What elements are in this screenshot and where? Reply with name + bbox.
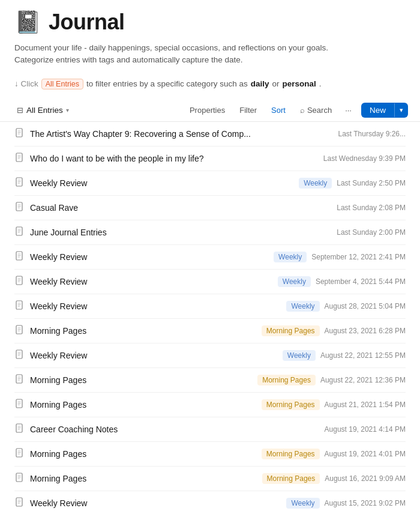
hint-arrow: ↓ Click xyxy=(14,79,38,88)
table-row[interactable]: Morning PagesMorning PagesAugust 23, 202… xyxy=(10,320,410,342)
entry-title: Morning Pages xyxy=(30,449,257,459)
row-divider xyxy=(14,244,406,245)
entry-date: August 19, 2021 4:01 PM xyxy=(325,450,406,458)
filter-button[interactable]: Filter xyxy=(233,103,263,117)
hint-personal: personal xyxy=(282,79,316,88)
entry-date: August 28, 2021 5:04 PM xyxy=(325,302,406,310)
entry-title: Morning Pages xyxy=(30,400,257,410)
tag-badge[interactable]: Weekly xyxy=(274,252,307,262)
entry-date: August 21, 2021 1:54 PM xyxy=(325,401,406,409)
entry-title: Weekly Review xyxy=(30,301,281,311)
entry-date: August 16, 2021 9:09 AM xyxy=(325,474,406,483)
page-header: 📓 Journal xyxy=(0,0,420,40)
entry-title: Weekly Review xyxy=(30,178,294,188)
search-label: Search xyxy=(307,106,332,115)
hint-or: or xyxy=(272,79,279,88)
toolbar: ⊟ All Entries ▾ Properties Filter Sort ⌕… xyxy=(0,99,420,122)
entry-date: Last Sunday 2:50 PM xyxy=(337,179,406,187)
tag-badge[interactable]: Morning Pages xyxy=(262,399,320,410)
table-row[interactable]: Casual RaveLast Sunday 2:08 PM xyxy=(10,197,410,219)
document-icon xyxy=(14,153,25,164)
row-divider xyxy=(14,417,406,417)
table-row[interactable]: Morning PagesMorning PagesAugust 21, 202… xyxy=(10,394,410,416)
document-icon xyxy=(14,251,25,262)
entry-title: Weekly Review xyxy=(30,498,281,508)
tag-badge[interactable]: Weekly xyxy=(299,178,332,189)
tag-badge[interactable]: Morning Pages xyxy=(262,473,320,484)
entry-title: Morning Pages xyxy=(30,474,257,483)
tag-badge[interactable]: Morning Pages xyxy=(262,325,320,336)
new-entry-button[interactable]: New xyxy=(361,103,394,118)
table-row[interactable]: Morning PagesMorning PagesAugust 16, 202… xyxy=(10,468,410,489)
document-icon xyxy=(14,423,25,435)
search-icon: ⌕ xyxy=(300,106,305,115)
row-divider xyxy=(14,195,406,196)
entry-title: June Journal Entries xyxy=(30,228,332,237)
search-button[interactable]: ⌕ Search xyxy=(294,103,338,117)
tag-badge[interactable]: Morning Pages xyxy=(262,449,320,459)
more-options-button[interactable]: ··· xyxy=(340,103,356,117)
tag-badge[interactable]: Weekly xyxy=(286,301,319,312)
document-icon xyxy=(14,202,25,213)
document-icon xyxy=(14,473,25,484)
all-entries-label: All Entries xyxy=(26,106,63,115)
table-row[interactable]: Weekly ReviewWeeklyAugust 22, 2021 12:55… xyxy=(10,345,410,366)
chevron-down-icon: ▾ xyxy=(66,107,69,113)
hint-middle: to filter entries by a specific category… xyxy=(86,79,248,88)
entry-title: The Artist's Way Chapter 9: Recovering a… xyxy=(30,129,333,139)
entry-title: Who do I want to be with the people in m… xyxy=(30,154,319,163)
entry-date: August 15, 2021 9:02 PM xyxy=(325,499,406,507)
table-row[interactable]: June Journal EntriesLast Sunday 2:00 PM xyxy=(10,222,410,243)
document-icon xyxy=(14,128,25,139)
entry-title: Weekly Review xyxy=(30,252,269,262)
entries-list: The Artist's Way Chapter 9: Recovering a… xyxy=(0,123,420,515)
document-icon xyxy=(14,300,25,312)
hint-daily: daily xyxy=(251,79,269,88)
table-row[interactable]: Morning PagesMorning PagesAugust 22, 202… xyxy=(10,369,410,391)
document-icon xyxy=(14,276,25,287)
row-divider xyxy=(14,318,406,319)
all-entries-badge[interactable]: All Entries xyxy=(41,79,83,89)
table-row[interactable]: The Artist's Way Chapter 9: Recovering a… xyxy=(10,123,410,145)
table-row[interactable]: Weekly ReviewWeeklySeptember 12, 2021 2:… xyxy=(10,246,410,268)
document-icon xyxy=(14,374,25,386)
entry-title: Career Coaching Notes xyxy=(30,425,320,434)
entry-title: Casual Rave xyxy=(30,203,332,213)
row-divider xyxy=(14,441,406,442)
all-entries-button[interactable]: ⊟ All Entries ▾ xyxy=(12,103,74,117)
tag-badge[interactable]: Weekly xyxy=(283,350,316,361)
document-icon xyxy=(14,325,25,336)
new-entry-dropdown-button[interactable]: ▾ xyxy=(394,103,408,117)
table-row[interactable]: Weekly ReviewWeeklyAugust 28, 2021 5:04 … xyxy=(10,295,410,317)
entry-title: Weekly Review xyxy=(30,351,278,360)
entry-title: Weekly Review xyxy=(30,277,273,286)
entry-title: Morning Pages xyxy=(30,375,253,385)
document-icon xyxy=(14,497,25,509)
properties-button[interactable]: Properties xyxy=(184,103,231,117)
entry-date: Last Sunday 2:08 PM xyxy=(337,204,406,212)
row-divider xyxy=(14,367,406,368)
tag-badge[interactable]: Morning Pages xyxy=(257,375,316,386)
new-button-group: New ▾ xyxy=(361,103,408,118)
entry-date: September 12, 2021 2:41 PM xyxy=(311,253,406,261)
toolbar-view-group: ⊟ All Entries ▾ xyxy=(12,103,74,117)
filter-hint: ↓ Click All Entries to filter entries by… xyxy=(0,74,420,99)
tag-badge[interactable]: Weekly xyxy=(278,276,311,287)
document-icon xyxy=(14,448,25,459)
entry-date: August 22, 2021 12:55 PM xyxy=(320,351,406,360)
row-divider xyxy=(14,220,406,220)
table-row[interactable]: Weekly ReviewWeeklySeptember 4, 2021 5:4… xyxy=(10,271,410,292)
table-row[interactable]: Career Coaching NotesAugust 19, 2021 4:1… xyxy=(10,419,410,440)
tag-badge[interactable]: Weekly xyxy=(286,498,319,509)
table-row[interactable]: Weekly ReviewWeeklyLast Sunday 2:50 PM xyxy=(10,172,410,194)
row-divider xyxy=(14,466,406,467)
entry-date: September 4, 2021 5:44 PM xyxy=(316,277,406,286)
table-row[interactable]: Weekly ReviewWeeklyAugust 15, 2021 9:02 … xyxy=(10,492,410,514)
row-divider xyxy=(14,171,406,171)
table-row[interactable]: Who do I want to be with the people in m… xyxy=(10,148,410,169)
entry-date: August 23, 2021 6:28 PM xyxy=(325,327,406,335)
document-icon xyxy=(14,177,25,189)
table-row[interactable]: Morning PagesMorning PagesAugust 19, 202… xyxy=(10,443,410,465)
sort-button[interactable]: Sort xyxy=(265,103,292,117)
entry-date: Last Sunday 2:00 PM xyxy=(337,228,406,237)
